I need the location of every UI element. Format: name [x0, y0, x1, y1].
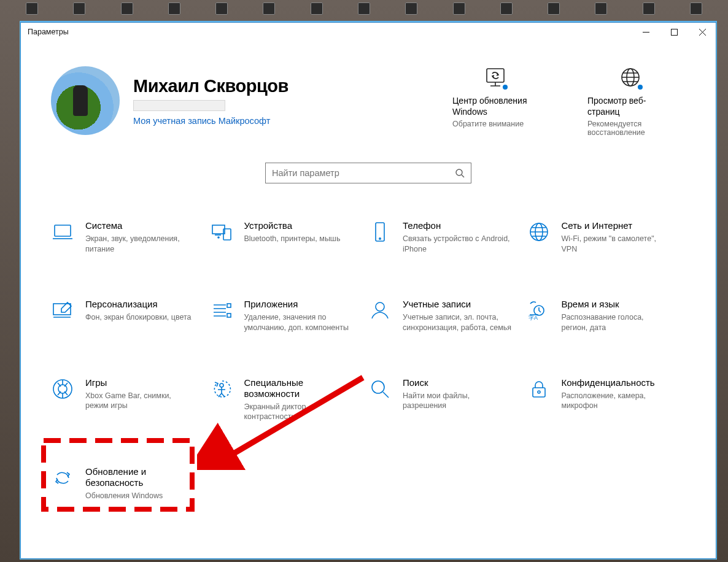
tile-title: Система [85, 220, 195, 231]
svg-rect-5 [55, 225, 71, 236]
settings-tile-search-tile[interactable]: ПоискНайти мои файлы, разрешения [368, 377, 527, 423]
quick-tile-title: Центр обновления Windows [452, 96, 538, 117]
settings-tile-personalize[interactable]: ПерсонализацияФон, экран блокировки, цве… [51, 299, 210, 333]
tile-sub: Экран, звук, уведомления, питание [85, 234, 195, 255]
tile-title: Приложения [244, 299, 354, 310]
svg-point-10 [379, 238, 381, 239]
quick-tile-sub: Обратите внимание [452, 120, 538, 128]
svg-rect-15 [227, 314, 231, 317]
minimize-button[interactable] [632, 22, 660, 42]
time-lang-icon: 字A [527, 299, 551, 322]
tile-sub: Удаление, значения по умолчанию, доп. ко… [244, 312, 354, 333]
tile-title: Телефон [403, 220, 513, 231]
search-tile-icon [368, 377, 392, 401]
settings-tile-phone[interactable]: ТелефонСвязать устройство с Android, iPh… [368, 220, 527, 255]
svg-point-21 [220, 383, 223, 387]
profile-name: Михаил Скворцов [133, 76, 288, 96]
tile-sub: Bluetooth, принтеры, мышь [244, 234, 341, 244]
accounts-icon [368, 299, 392, 322]
svg-rect-23 [533, 388, 545, 397]
settings-grid: СистемаЭкран, звук, уведомления, питание… [51, 220, 686, 501]
tile-sub: Связать устройство с Android, iPhone [403, 234, 513, 255]
tile-sub: Распознавание голоса, регион, дата [562, 312, 672, 333]
quick-tile-title: Просмотр веб-страниц [587, 96, 673, 117]
phone-icon [368, 220, 392, 244]
tile-title: Сеть и Интернет [562, 220, 672, 231]
svg-point-24 [538, 391, 540, 393]
gaming-icon [51, 377, 74, 401]
svg-point-8 [218, 237, 219, 238]
tile-title: Обновление и безопасность [85, 466, 195, 488]
tile-title: Игры [85, 377, 195, 388]
settings-tile-accounts[interactable]: Учетные записиУчетные записи, эл. почта,… [368, 299, 527, 333]
quick-tile-sub: Рекомендуется восстановление [587, 120, 673, 137]
tile-sub: Расположение, камера, микрофон [562, 391, 672, 412]
search-box[interactable] [265, 163, 471, 183]
devices-icon [210, 220, 233, 244]
window-controls [632, 22, 716, 42]
tile-title: Конфиденциальность [562, 377, 672, 388]
svg-point-16 [376, 302, 384, 311]
settings-tile-devices[interactable]: УстройстваBluetooth, принтеры, мышь [210, 220, 369, 255]
window-title: Параметры [28, 28, 69, 36]
tile-sub: Фон, экран блокировки, цвета [85, 312, 192, 323]
settings-tile-laptop[interactable]: СистемаЭкран, звук, уведомления, питание [51, 220, 210, 255]
settings-tile-update[interactable]: Обновление и безопасностьОбновления Wind… [51, 466, 210, 501]
svg-point-4 [456, 169, 462, 175]
settings-tile-gaming[interactable]: ИгрыXbox Game Bar, снимки, режим игры [51, 377, 210, 423]
tile-title: Поиск [403, 377, 513, 388]
network-icon [527, 220, 551, 244]
tile-title: Устройства [244, 220, 341, 231]
maximize-button[interactable] [660, 22, 688, 42]
settings-tile-network[interactable]: Сеть и ИнтернетWi-Fi, режим "в самолете"… [527, 220, 686, 255]
ease-icon [210, 377, 233, 401]
svg-rect-0 [671, 29, 677, 35]
tile-sub: Wi-Fi, режим "в самолете", VPN [562, 234, 672, 255]
privacy-icon [527, 377, 551, 401]
apps-icon [210, 299, 233, 322]
settings-tile-apps[interactable]: ПриложенияУдаление, значения по умолчани… [210, 299, 369, 333]
laptop-icon [51, 220, 74, 244]
profile-block: Михаил Скворцов Моя учетная запись Майкр… [51, 66, 452, 135]
avatar[interactable] [51, 66, 120, 135]
tile-sub: Xbox Game Bar, снимки, режим игры [85, 391, 195, 412]
status-dot-icon [501, 83, 509, 91]
globe-icon [619, 66, 641, 88]
tile-title: Персонализация [85, 299, 192, 310]
quick-tiles: Центр обновления Windows Обратите вниман… [452, 66, 673, 137]
tile-title: Учетные записи [403, 299, 513, 310]
search-icon [455, 168, 465, 178]
tile-sub: Экранный диктор, контрастность [244, 402, 354, 423]
svg-text:字A: 字A [529, 315, 538, 321]
personalize-icon [51, 299, 74, 322]
svg-point-20 [58, 385, 67, 393]
quick-tile-browsing[interactable]: Просмотр веб-страниц Рекомендуется восст… [587, 66, 673, 137]
settings-tile-ease[interactable]: Специальные возможностиЭкранный диктор, … [210, 377, 369, 423]
tile-title: Специальные возможности [244, 377, 354, 399]
svg-point-22 [372, 381, 384, 393]
tile-sub: Учетные записи, эл. почта, синхронизация… [403, 312, 513, 333]
settings-tile-privacy[interactable]: КонфиденциальностьРасположение, камера, … [527, 377, 686, 423]
svg-rect-14 [227, 304, 231, 307]
tile-sub: Обновления Windows [85, 491, 195, 501]
microsoft-account-link[interactable]: Моя учетная запись Майкрософт [133, 116, 288, 126]
status-dot-icon [637, 83, 644, 91]
settings-window: Параметры Михаил Скворцов Моя учетная за… [20, 21, 717, 560]
svg-rect-6 [212, 225, 225, 234]
update-icon [51, 466, 74, 490]
profile-email-redacted [133, 100, 225, 111]
tile-title: Время и язык [562, 299, 672, 310]
window-titlebar: Параметры [20, 22, 716, 42]
sync-monitor-icon [484, 66, 506, 88]
quick-tile-windows-update[interactable]: Центр обновления Windows Обратите вниман… [452, 66, 538, 137]
tile-sub: Найти мои файлы, разрешения [403, 391, 513, 412]
settings-tile-time-lang[interactable]: 字AВремя и языкРаспознавание голоса, реги… [527, 299, 686, 333]
close-button[interactable] [688, 22, 716, 42]
svg-rect-1 [487, 69, 504, 82]
search-input[interactable] [272, 168, 455, 178]
desktop-icons-row [0, 2, 728, 17]
